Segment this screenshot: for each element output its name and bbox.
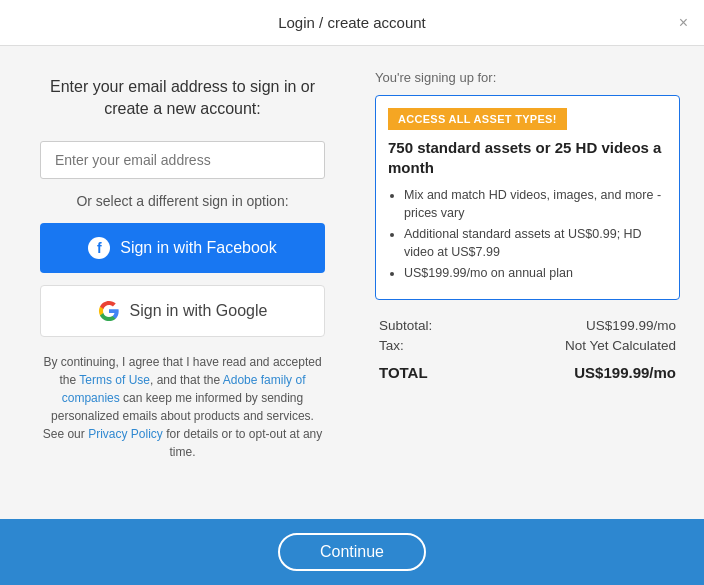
plan-features-list: Mix and match HD videos, images, and mor… bbox=[376, 187, 679, 283]
feature-item: Additional standard assets at US$0.99; H… bbox=[404, 226, 667, 261]
feature-item: Mix and match HD videos, images, and mor… bbox=[404, 187, 667, 222]
facebook-signin-button[interactable]: f Sign in with Facebook bbox=[40, 223, 325, 273]
close-button[interactable]: × bbox=[679, 15, 688, 31]
feature-item: US$199.99/mo on annual plan bbox=[404, 265, 667, 283]
terms-of-use-link[interactable]: Terms of Use bbox=[79, 373, 150, 387]
google-signin-button[interactable]: Sign in with Google bbox=[40, 285, 325, 337]
google-button-label: Sign in with Google bbox=[130, 302, 268, 320]
total-value: US$199.99/mo bbox=[574, 364, 676, 381]
modal-footer: Continue bbox=[0, 519, 704, 585]
total-row: TOTAL US$199.99/mo bbox=[375, 364, 680, 381]
total-label: TOTAL bbox=[379, 364, 428, 381]
tax-value: Not Yet Calculated bbox=[565, 338, 676, 353]
privacy-policy-link[interactable]: Privacy Policy bbox=[88, 427, 163, 441]
modal-body: Enter your email address to sign in or c… bbox=[0, 46, 704, 519]
google-icon bbox=[98, 300, 120, 322]
terms-text: By continuing, I agree that I have read … bbox=[40, 353, 325, 461]
subtotal-label: Subtotal: bbox=[379, 318, 432, 333]
plan-badge: ACCESS ALL ASSET TYPES! bbox=[388, 108, 567, 130]
fb-button-label: Sign in with Facebook bbox=[120, 239, 277, 257]
subtotal-row: Subtotal: US$199.99/mo bbox=[375, 318, 680, 333]
subtotal-value: US$199.99/mo bbox=[586, 318, 676, 333]
modal-header: Login / create account × bbox=[0, 0, 704, 46]
or-select-text: Or select a different sign in option: bbox=[76, 193, 288, 209]
tax-row: Tax: Not Yet Calculated bbox=[375, 338, 680, 353]
plan-title: 750 standard assets or 25 HD videos a mo… bbox=[376, 138, 679, 177]
email-input[interactable] bbox=[40, 141, 325, 179]
plan-card: ACCESS ALL ASSET TYPES! 750 standard ass… bbox=[375, 95, 680, 300]
modal-container: Login / create account × Enter your emai… bbox=[0, 0, 704, 585]
continue-button[interactable]: Continue bbox=[278, 533, 426, 571]
right-panel: You're signing up for: ACCESS ALL ASSET … bbox=[365, 46, 704, 519]
left-panel: Enter your email address to sign in or c… bbox=[0, 46, 365, 519]
facebook-icon: f bbox=[88, 237, 110, 259]
tax-label: Tax: bbox=[379, 338, 404, 353]
signing-up-label: You're signing up for: bbox=[375, 70, 680, 85]
modal-title: Login / create account bbox=[278, 14, 426, 31]
heading: Enter your email address to sign in or c… bbox=[40, 76, 325, 121]
